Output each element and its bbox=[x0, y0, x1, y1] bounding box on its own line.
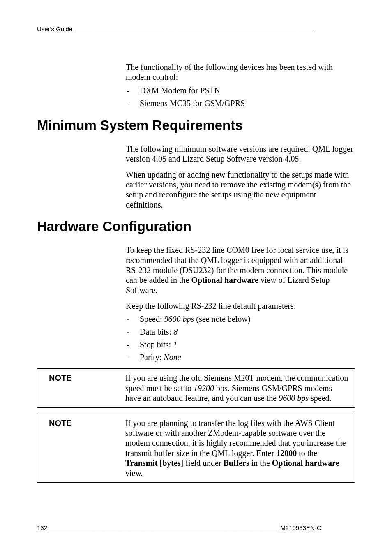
params-bullet-list: Speed: 9600 bps (see note below) Data bi… bbox=[126, 314, 353, 363]
section2-body: To keep the fixed RS-232 line COM0 free … bbox=[126, 245, 353, 363]
italic-run: 8 bbox=[173, 327, 178, 336]
text-run: in the bbox=[249, 458, 272, 467]
text-run: Data bits: bbox=[140, 327, 173, 336]
italic-run: 19200 bbox=[194, 384, 214, 393]
bold-run: Buffers bbox=[223, 458, 249, 467]
italic-run: None bbox=[164, 353, 181, 362]
list-item: Data bits: 8 bbox=[126, 327, 353, 337]
italic-run: 9600 bps bbox=[279, 393, 309, 402]
text-run: view. bbox=[125, 469, 143, 478]
section1-body: The following minimum software versions … bbox=[126, 144, 353, 210]
bold-run: Optional hardware bbox=[191, 275, 258, 284]
body-paragraph: When updating or adding new functionalit… bbox=[126, 170, 353, 210]
italic-run: 1 bbox=[173, 340, 177, 349]
text-run: Speed: bbox=[140, 314, 164, 324]
list-item: Stop bits: 1 bbox=[126, 340, 353, 350]
text-run: (see note below) bbox=[194, 314, 250, 324]
heading-min-sys-req: Minimum System Requirements bbox=[37, 118, 355, 133]
body-paragraph: Keep the following RS-232 line default p… bbox=[126, 301, 353, 311]
page: User's Guide ___________________________… bbox=[0, 0, 392, 555]
italic-run: 9600 bps bbox=[164, 314, 194, 324]
list-item: DXM Modem for PSTN bbox=[126, 86, 353, 96]
text-run: speed. bbox=[309, 393, 332, 402]
intro-paragraph: The functionality of the following devic… bbox=[126, 62, 353, 82]
heading-hardware-config: Hardware Configuration bbox=[37, 219, 355, 234]
body-paragraph: To keep the fixed RS-232 line COM0 free … bbox=[126, 245, 353, 295]
page-footer: 132 ____________________________________… bbox=[37, 524, 355, 531]
bold-run: 12000 bbox=[276, 449, 297, 458]
bold-run: Transmit [bytes] bbox=[125, 458, 183, 467]
note-box-2: NOTE If you are planning to transfer the… bbox=[37, 414, 355, 483]
note-label: NOTE bbox=[43, 418, 125, 478]
note-box-1: NOTE If you are using the old Siemens M2… bbox=[37, 368, 355, 407]
text-run: field under bbox=[183, 458, 223, 467]
intro-block: The functionality of the following devic… bbox=[126, 62, 353, 109]
intro-bullet-list: DXM Modem for PSTN Siemens MC35 for GSM/… bbox=[126, 86, 353, 109]
list-item: Speed: 9600 bps (see note below) bbox=[126, 314, 353, 324]
text-run: to the bbox=[297, 449, 317, 458]
list-item: Parity: None bbox=[126, 352, 353, 363]
footer-text: 132 ____________________________________… bbox=[37, 524, 321, 531]
running-head: User's Guide ___________________________… bbox=[37, 25, 355, 32]
text-run: Parity: bbox=[140, 353, 164, 362]
body-paragraph: The following minimum software versions … bbox=[126, 144, 353, 164]
note-body: If you are using the old Siemens M20T mo… bbox=[125, 373, 349, 403]
note-body: If you are planning to transfer the log … bbox=[125, 418, 349, 478]
bold-run: Optional hardware bbox=[272, 458, 339, 467]
text-run: Stop bits: bbox=[140, 340, 173, 349]
note-label: NOTE bbox=[43, 373, 125, 403]
list-item: Siemens MC35 for GSM/GPRS bbox=[126, 98, 353, 109]
